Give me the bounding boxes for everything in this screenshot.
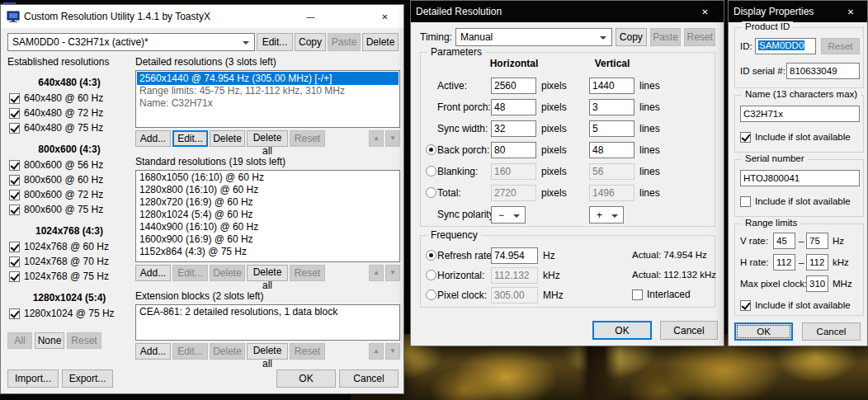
checkbox-icon[interactable] [9,308,20,319]
list-item[interactable]: 1440x900 (16:10) @ 60 Hz [137,221,399,233]
resolution-checkbox-item[interactable]: 800x600 @ 60 Hz [7,172,131,187]
edit-detailed-button[interactable]: Edit... [172,130,208,147]
radio-icon[interactable] [426,144,436,155]
resolution-checkbox-item[interactable]: 1024x768 @ 70 Hz [7,254,131,269]
front-porch-vertical-input[interactable] [589,99,634,115]
name-input[interactable] [740,106,860,122]
h-rate-min-input[interactable] [773,254,795,271]
checkbox-icon[interactable] [740,196,751,207]
add-extension-button[interactable]: Add... [135,343,171,360]
add-detailed-button[interactable]: Add... [135,130,171,147]
product-id-input[interactable]: SAM0DD0 [755,38,816,54]
checkbox-icon[interactable] [632,289,643,300]
add-standard-button[interactable]: Add... [135,265,171,281]
ok-button[interactable]: OK [276,369,336,388]
include-name-option[interactable]: Include if slot available [740,130,851,144]
id-serial-input[interactable] [786,63,860,79]
checkbox-icon[interactable] [9,242,20,252]
list-item[interactable]: CEA-861: 2 detailed resolutions, 1 data … [137,306,399,318]
checkbox-icon[interactable] [9,108,20,119]
import-button[interactable]: Import... [7,369,59,388]
delete-detailed-button[interactable]: Delete [210,130,245,147]
close-icon[interactable]: ✕ [834,1,867,22]
resolution-checkbox-item[interactable]: 800x600 @ 72 Hz [7,187,131,202]
resolution-checkbox-item[interactable]: 1024x768 @ 75 Hz [7,269,131,284]
active-vertical-input[interactable] [589,78,634,94]
list-item[interactable]: 1280x1024 (5:4) @ 60 Hz [137,209,399,221]
list-item[interactable]: 1280x800 (16:10) @ 60 Hz [137,184,399,196]
detailed-resolutions-list[interactable]: 2560x1440 @ 74.954 Hz (305.00 MHz) [-/+]… [135,70,400,128]
cancel-button[interactable]: Cancel [339,369,399,388]
include-range-option[interactable]: Include if slot available [740,299,851,312]
extension-blocks-list[interactable]: CEA-861: 2 detailed resolutions, 1 data … [135,304,400,341]
checkbox-icon[interactable] [9,160,20,171]
radio-icon[interactable] [426,250,436,261]
checkbox-icon[interactable] [9,93,20,104]
close-icon[interactable]: ✕ [686,1,724,22]
resolution-group-heading: 1280x1024 (5:4) [7,292,131,304]
cancel-button[interactable]: Cancel [802,322,861,341]
resolution-checkbox-item[interactable]: 1280x1024 @ 75 Hz [7,306,131,321]
checkbox-icon[interactable] [740,132,751,143]
actual-horizontal-freq: Actual: 112.132 kHz [632,270,716,280]
props-titlebar[interactable]: Display Properties ✕ [729,1,867,22]
delete-display-button[interactable]: Delete [362,33,399,51]
checkbox-icon[interactable] [9,256,20,267]
cancel-button[interactable]: Cancel [660,321,718,340]
list-item[interactable]: 1152x864 (4:3) @ 75 Hz [137,246,399,258]
resolution-checkbox-item[interactable]: 640x480 @ 72 Hz [7,106,131,120]
checkbox-icon[interactable] [9,175,20,186]
active-horizontal-input[interactable] [491,78,536,94]
copy-display-button[interactable]: Copy [295,33,326,51]
list-item[interactable]: 1680x1050 (16:10) @ 60 Hz [137,172,399,184]
checkbox-icon[interactable] [9,190,20,200]
export-button[interactable]: Export... [62,369,113,388]
back-porch-horizontal-input[interactable] [491,142,536,158]
copy-timing-button[interactable]: Copy [616,28,647,46]
list-item[interactable]: 1600x900 (16:9) @ 60 Hz [137,233,399,246]
none-button[interactable]: None [35,332,64,349]
delete-all-standard-button[interactable]: Delete all [247,265,288,281]
delete-all-extension-button[interactable]: Delete all [247,343,288,360]
resolution-checkbox-item[interactable]: 800x600 @ 75 Hz [7,202,131,217]
delete-all-detailed-button[interactable]: Delete all [247,130,288,147]
checkbox-icon[interactable] [9,123,20,134]
v-sync-polarity-select[interactable]: + [589,206,624,224]
checkbox-icon[interactable] [9,271,20,282]
ok-button[interactable]: OK [592,321,652,340]
close-icon[interactable]: ✕ [366,5,403,28]
resolution-checkbox-item[interactable]: 1024x768 @ 60 Hz [7,239,131,254]
radio-icon[interactable] [426,270,436,280]
checkbox-icon[interactable] [740,300,751,311]
list-item-selected[interactable]: 2560x1440 @ 74.954 Hz (305.00 MHz) [-/+] [137,72,399,85]
radio-icon[interactable] [426,187,436,198]
resolution-checkbox-item[interactable]: 640x480 @ 60 Hz [7,91,131,106]
main-titlebar[interactable]: Custom Resolution Utility 1.4.1 by Toast… [1,5,403,28]
interlaced-option[interactable]: Interlaced [632,289,691,300]
radio-icon[interactable] [426,166,436,176]
back-porch-vertical-input[interactable] [589,142,634,158]
ok-button[interactable]: OK [734,322,793,341]
list-item[interactable]: 1280x720 (16:9) @ 60 Hz [137,196,399,209]
h-sync-polarity-select[interactable]: − [491,206,526,224]
radio-icon[interactable] [426,289,436,300]
max-pixel-clock-input[interactable] [806,275,828,292]
timing-select[interactable]: Manual [455,28,612,46]
edit-display-button[interactable]: Edit... [257,33,293,51]
resolution-checkbox-item[interactable]: 640x480 @ 75 Hz [7,120,131,135]
h-rate-max-input[interactable] [806,254,828,271]
sync-width-horizontal-input[interactable] [491,120,536,137]
resolution-checkbox-item[interactable]: 800x600 @ 56 Hz [7,158,131,172]
detailed-titlebar[interactable]: Detailed Resolution ✕ [411,1,724,22]
include-serial-option[interactable]: Include if slot available [740,195,851,208]
minimize-icon[interactable]: — [292,5,329,28]
standard-resolutions-list[interactable]: 1680x1050 (16:10) @ 60 Hz 1280x800 (16:1… [135,170,400,262]
checkbox-icon[interactable] [9,205,20,215]
sync-width-vertical-input[interactable] [589,120,634,137]
refresh-rate-input[interactable] [491,247,538,264]
v-rate-max-input[interactable] [806,233,828,249]
serial-number-input[interactable] [740,170,860,186]
display-select[interactable]: SAM0DD0 - C32H71x (active)* [7,33,255,51]
v-rate-min-input[interactable] [773,233,795,249]
front-porch-horizontal-input[interactable] [491,99,536,115]
